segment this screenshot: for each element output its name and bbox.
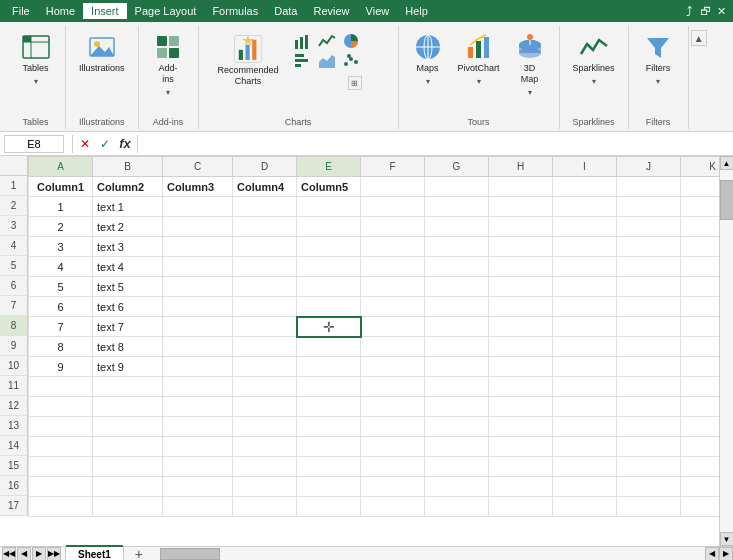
cell-k7[interactable] (681, 297, 720, 317)
cell-h4[interactable] (489, 237, 553, 257)
area-chart-icon[interactable] (316, 52, 338, 70)
cell-j2[interactable] (617, 197, 681, 217)
cell-b8[interactable]: text 7 (93, 317, 163, 337)
charts-expand-button[interactable]: ⊞ (348, 76, 362, 90)
cell-k6[interactable] (681, 277, 720, 297)
cell-e1[interactable]: Column5 (297, 177, 361, 197)
scroll-down-button[interactable]: ▼ (720, 532, 734, 546)
grid-area[interactable]: A B C D E F G H I J K (28, 156, 719, 546)
cell-i4[interactable] (553, 237, 617, 257)
cell-i3[interactable] (553, 217, 617, 237)
h-scroll-track[interactable] (150, 547, 705, 561)
menu-review[interactable]: Review (305, 3, 357, 19)
illustrations-button[interactable]: Illustrations (74, 28, 130, 77)
bar-chart-icon[interactable] (292, 52, 314, 70)
cell-c6[interactable] (163, 277, 233, 297)
cell-e2[interactable] (297, 197, 361, 217)
cell-c10[interactable] (163, 357, 233, 377)
cell-e3[interactable] (297, 217, 361, 237)
row-header-3[interactable]: 3 (0, 216, 28, 236)
cell-i9[interactable] (553, 337, 617, 357)
menu-file[interactable]: File (4, 3, 38, 19)
cell-f1[interactable] (361, 177, 425, 197)
row-header-5[interactable]: 5 (0, 256, 28, 276)
maps-button[interactable]: Maps (407, 28, 449, 77)
cell-b1[interactable]: Column2 (93, 177, 163, 197)
h-scroll-thumb[interactable] (160, 548, 220, 560)
cancel-icon[interactable]: ✕ (77, 137, 93, 151)
row-header-2[interactable]: 2 (0, 196, 28, 216)
scroll-next-sheet[interactable]: ▶ (32, 547, 46, 561)
cell-g3[interactable] (425, 217, 489, 237)
cell-g1[interactable] (425, 177, 489, 197)
menu-data[interactable]: Data (266, 3, 305, 19)
filters-dropdown[interactable]: ▾ (655, 77, 661, 86)
pivotchart-dropdown[interactable]: ▾ (476, 77, 482, 86)
cell-c1[interactable]: Column3 (163, 177, 233, 197)
cell-c3[interactable] (163, 217, 233, 237)
row-header-8[interactable]: 8 (0, 316, 28, 336)
cell-f8[interactable] (361, 317, 425, 337)
filters-button[interactable]: Filters (637, 28, 679, 77)
row-header-6[interactable]: 6 (0, 276, 28, 296)
scroll-first-sheet[interactable]: ◀◀ (2, 547, 16, 561)
cell-g6[interactable] (425, 277, 489, 297)
cell-d8[interactable] (233, 317, 297, 337)
horizontal-scrollbar[interactable]: ◀◀ ◀ ▶ ▶▶ Sheet1 + ◀ ▶ (0, 546, 733, 560)
col-header-b[interactable]: B (93, 157, 163, 177)
cell-g8[interactable] (425, 317, 489, 337)
cell-i1[interactable] (553, 177, 617, 197)
row-header-11[interactable]: 11 (0, 376, 28, 396)
scrollbar-track[interactable] (720, 170, 734, 532)
3dmap-button[interactable]: 3DMap (509, 28, 551, 88)
cell-c5[interactable] (163, 257, 233, 277)
col-header-k[interactable]: K (681, 157, 720, 177)
cell-h2[interactable] (489, 197, 553, 217)
row-header-1[interactable]: 1 (0, 176, 28, 196)
cell-j4[interactable] (617, 237, 681, 257)
tables-button[interactable]: Tables (15, 28, 57, 77)
menu-view[interactable]: View (358, 3, 398, 19)
cell-k10[interactable] (681, 357, 720, 377)
maps-dropdown[interactable]: ▾ (425, 77, 431, 86)
cell-j3[interactable] (617, 217, 681, 237)
cell-d4[interactable] (233, 237, 297, 257)
cell-b10[interactable]: text 9 (93, 357, 163, 377)
row-header-7[interactable]: 7 (0, 296, 28, 316)
cell-b7[interactable]: text 6 (93, 297, 163, 317)
cell-a2[interactable]: 1 (29, 197, 93, 217)
cell-f3[interactable] (361, 217, 425, 237)
row-header-14[interactable]: 14 (0, 436, 28, 456)
tables-dropdown[interactable]: ▾ (33, 77, 39, 86)
pie-chart-icon[interactable] (340, 32, 362, 50)
cell-c9[interactable] (163, 337, 233, 357)
cell-i2[interactable] (553, 197, 617, 217)
cell-h10[interactable] (489, 357, 553, 377)
cell-j8[interactable] (617, 317, 681, 337)
pivotchart-button[interactable]: PivotChart (453, 28, 505, 77)
scrollbar-thumb[interactable] (720, 180, 734, 220)
col-header-a[interactable]: A (29, 157, 93, 177)
cell-g7[interactable] (425, 297, 489, 317)
cell-a10[interactable]: 9 (29, 357, 93, 377)
menu-pagelayout[interactable]: Page Layout (127, 3, 205, 19)
cell-f9[interactable] (361, 337, 425, 357)
cell-j5[interactable] (617, 257, 681, 277)
share-icon[interactable]: ⤴ (681, 3, 697, 19)
cell-h3[interactable] (489, 217, 553, 237)
formula-input[interactable] (142, 138, 729, 150)
cell-b6[interactable]: text 5 (93, 277, 163, 297)
cell-j7[interactable] (617, 297, 681, 317)
row-header-13[interactable]: 13 (0, 416, 28, 436)
cell-d6[interactable] (233, 277, 297, 297)
cell-k4[interactable] (681, 237, 720, 257)
cell-c4[interactable] (163, 237, 233, 257)
cell-d7[interactable] (233, 297, 297, 317)
cell-c8[interactable] (163, 317, 233, 337)
h-scroll-left[interactable]: ◀ (705, 547, 719, 561)
cell-h7[interactable] (489, 297, 553, 317)
cell-e9[interactable] (297, 337, 361, 357)
addins-button[interactable]: Add-ins (147, 28, 189, 88)
cell-j1[interactable] (617, 177, 681, 197)
cell-i10[interactable] (553, 357, 617, 377)
